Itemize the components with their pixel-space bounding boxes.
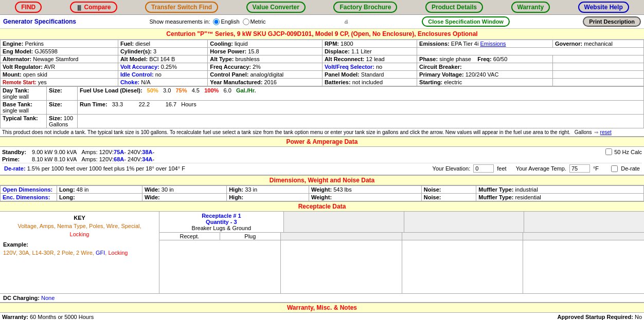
dc-value: None [41,295,55,301]
startup-cell: Approved Startup Required: No [558,314,642,320]
phase-cell: Phase: single phase Freq: 60/50 [417,55,553,63]
open-muffler-cell: Muffler Type: industrial [476,186,644,194]
base-size-cell: Size: [47,101,78,115]
mount-cell: Mount: open skid [1,71,118,79]
plug-col: Plug [220,233,280,240]
open-label-cell: Open Dimensions: [1,186,57,194]
english-radio[interactable] [213,18,220,25]
receptacle-container: KEY Voltage, Amps, Nema Type, Poles, Wir… [0,212,644,294]
idle-control-cell: Idle Control: no [118,71,207,79]
fuel-cell: Fuel: diesel [118,40,207,48]
volt-freq-cell: Volt/Freq Selector: no [322,63,417,71]
spec-title: Generator Specifications [3,18,76,25]
recept4-block [524,212,644,233]
enc-noise-cell: Noise: [421,194,476,201]
volt-reg-cell: Volt Regulator: AVR [1,63,118,71]
enc-muffler-cell: Muffler Type: residential [476,194,644,201]
rpm-cell: RPM: 1800 [322,40,417,48]
enc-label-cell: Enc. Dimensions: [1,194,57,201]
cooling-cell: Cooling: liquid [208,40,323,48]
spec-header: Generator Specifications Show measuremen… [0,15,644,28]
recept-img-2 [281,240,402,293]
cylinders-cell: Cylinder(s): 3 [118,48,207,55]
empty-row6 [552,79,643,86]
value-converter-button[interactable]: Value Converter [246,2,306,13]
recept-img-1 [159,240,281,293]
english-radio-label[interactable]: English [213,18,239,25]
day-tank-row: Day Tank: single wall Size: Fuel Use Loa… [1,87,644,101]
recept2-block [284,212,404,233]
primary-voltage-cell: Primary Voltage: 120/240 VAC [417,71,553,79]
engine-cell: Engine: Perkins [1,40,118,48]
recept1-block: Receptacle # 1 Quantity - 3 Breaker Lugs… [159,212,284,233]
key-line1: Voltage, Amps, Nema Type, Poles, Wire, S… [3,223,156,229]
print-button[interactable]: Print Description [583,16,641,27]
model-banner: Centurion "P"™ Series, 9 kW SKU GJCP-009… [0,28,644,40]
enc-dims-row: Enc. Dimensions: Long: Wide: High: Weigh… [1,194,644,201]
empty-cell-2 [417,48,644,55]
alt-reconnect-cell: Alt Reconnect: 12 lead [322,55,417,63]
eng-model-cell: Eng Model: GJ65598 [1,48,118,55]
compare-button[interactable]: ▐▌Compare [70,2,117,13]
dc-charging-row: DC Charging: None [0,294,644,303]
key-example-val: 120V, 30A, L14-30R, 2 Pole, 2 Wire, GFI,… [3,250,156,256]
enc-wide-cell: Wide: [142,194,226,201]
website-help-button[interactable]: Website Help [578,2,629,13]
governor-cell: Governor: mechanical [552,40,643,48]
recept-image-row [159,240,644,293]
recept-plug-1: Recept. Plug [159,233,281,240]
derate-row: De-rate: 1.5% per 1000 feet over 1000 fe… [2,163,642,174]
enc-long-cell: Long: [57,194,142,201]
open-dims-row: Open Dimensions: Long: 48 in Wide: 30 in… [1,186,644,194]
recept-plug-cols: Recept. Plug [159,233,644,240]
temp-input[interactable] [569,164,590,173]
elevation-section: Your Elevation: feet Your Average Temp. … [433,164,640,173]
alt-type-cell: Alt Type: brushless [208,55,323,63]
receptacle-key: KEY Voltage, Amps, Nema Type, Poles, Wir… [0,212,159,293]
reset-link[interactable]: reset [600,129,612,135]
derate-label: De-rate: [4,165,26,172]
recept1-qty: Quantity - 3 [162,219,281,225]
open-long-cell: Long: 48 in [57,186,142,194]
receptacle-section-header: Receptacle Data [0,201,644,212]
transfer-switch-button[interactable]: Transfer Switch Find [145,2,218,13]
factory-brochure-button[interactable]: Factory Brochure [333,2,397,13]
remote-start-cell: Remote Start: yes [1,79,118,86]
hp-cell: Horse Power: 15.8 [208,48,323,55]
panel-model-cell: Panel Model: Standard [322,71,417,79]
product-details-button[interactable]: Product Details [425,2,483,13]
top-nav: FIND ▐▌Compare Transfer Switch Find Valu… [0,0,644,15]
specs-row-6: Remote Start: yes Choke: N/A Year Manufa… [1,79,644,86]
alternator-cell: Alternator: Newage Stamford [1,55,118,63]
derate-checkbox[interactable] [611,165,618,172]
specs-row-5: Mount: open skid Idle Control: no Contro… [1,71,644,79]
base-tank-label-cell: Base Tank: single wall [1,101,47,115]
dc-label: DC Charging: [3,295,40,301]
warranty-button[interactable]: Warranty [511,2,550,13]
close-spec-button[interactable]: Close Specification Window [422,16,510,27]
recept-col: Recept. [159,233,220,240]
measurement-label: Show measurements in: [149,18,210,25]
warranty-cell: Warranty: 60 Months or 5000 Hours [2,314,94,320]
key-title: KEY [3,215,156,221]
dimensions-section-header: Dimensions, Weight and Noise Data [0,175,644,185]
recept1-label: Receptacle # 1 [162,213,281,219]
emissions-link[interactable]: Emissions [480,41,506,47]
find-button[interactable]: FIND [15,2,42,13]
standby-row: Standby: 9.00 kW 9.00 kVA Amps: 120V: 75… [2,148,642,156]
metric-radio-label[interactable]: Metric [243,18,266,25]
typical-size-cell: Size: 100 Gallons [47,115,78,128]
typical-tank-row: Typical Tank: Size: 100 Gallons [1,115,644,128]
day-size-cell: Size: [47,87,78,101]
metric-radio[interactable] [243,18,249,25]
elevation-input[interactable] [473,164,494,173]
gallons-label: Gallons [575,129,592,135]
hz50-checkbox[interactable] [605,148,612,155]
enc-weight-cell: Weight: [309,194,421,201]
specs-row-4: Volt Regulator: AVR Volt Accuracy: 0.25%… [1,63,644,71]
empty-row5 [552,71,643,79]
circuit-breaker-cell: Circuit Breaker: [417,63,553,71]
freq-acc-cell: Freq Accuracy: 2% [208,63,323,71]
open-noise-cell: Noise: [421,186,476,194]
recept3-block [404,212,525,233]
